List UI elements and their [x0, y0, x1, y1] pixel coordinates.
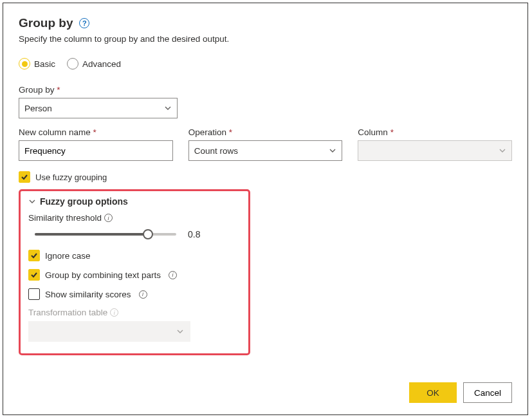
advanced-radio-label: Advanced [82, 59, 121, 69]
ignore-case-label: Ignore case [45, 251, 91, 261]
chevron-down-icon [499, 147, 506, 154]
operation-select[interactable]: Count rows [188, 140, 343, 161]
info-icon[interactable]: i [139, 290, 147, 299]
group-by-column-select[interactable]: Person [19, 98, 178, 118]
basic-radio[interactable]: Basic [19, 58, 55, 70]
show-similarity-scores-checkbox[interactable] [28, 288, 40, 300]
similarity-threshold-slider[interactable] [35, 228, 176, 241]
ignore-case-checkbox[interactable] [28, 250, 40, 261]
info-icon[interactable]: i [169, 271, 177, 279]
show-similarity-scores-label: Show similarity scores [45, 290, 131, 299]
info-icon: i [110, 308, 118, 317]
use-fuzzy-checkbox[interactable] [19, 171, 30, 183]
basic-radio-label: Basic [34, 59, 55, 69]
combine-text-parts-label: Group by combining text parts [45, 270, 161, 280]
new-column-name-input-wrap [19, 140, 173, 161]
help-icon[interactable]: ? [79, 18, 89, 28]
use-fuzzy-label: Use fuzzy grouping [35, 172, 107, 182]
ok-button[interactable]: OK [409, 382, 457, 403]
combine-text-parts-checkbox[interactable] [28, 269, 40, 281]
mode-radio-group: Basic Advanced [19, 58, 512, 70]
chevron-down-icon [329, 147, 336, 154]
column-select [358, 140, 512, 161]
fuzzy-options-expander[interactable]: Fuzzy group options [28, 196, 241, 207]
info-icon[interactable]: i [104, 214, 113, 222]
similarity-threshold-value: 0.8 [188, 229, 200, 239]
slider-thumb[interactable] [143, 229, 153, 239]
chevron-down-icon [164, 104, 172, 112]
transformation-table-select[interactable] [28, 321, 190, 342]
fuzzy-options-highlight: Fuzzy group options Similarity threshold… [19, 189, 250, 355]
group-by-column-label: Group by * [19, 85, 178, 95]
operation-value: Count rows [194, 146, 238, 156]
group-by-dialog: Group by ? Specify the column to group b… [3, 3, 528, 415]
dialog-subtitle: Specify the column to group by and the d… [19, 34, 512, 44]
similarity-threshold-label: Similarity threshold i [28, 213, 241, 223]
dialog-title: Group by [19, 16, 73, 30]
operation-label: Operation * [188, 127, 343, 137]
chevron-down-icon [28, 198, 36, 205]
transformation-table-label: Transformation table i [28, 308, 241, 317]
cancel-button[interactable]: Cancel [463, 382, 512, 403]
fuzzy-options-title: Fuzzy group options [40, 196, 128, 207]
new-column-name-input[interactable] [24, 141, 167, 160]
column-label: Column * [358, 127, 512, 137]
chevron-down-icon [176, 328, 184, 335]
advanced-radio[interactable]: Advanced [67, 58, 121, 70]
new-column-name-label: New column name * [19, 127, 173, 137]
group-by-column-value: Person [24, 104, 52, 113]
